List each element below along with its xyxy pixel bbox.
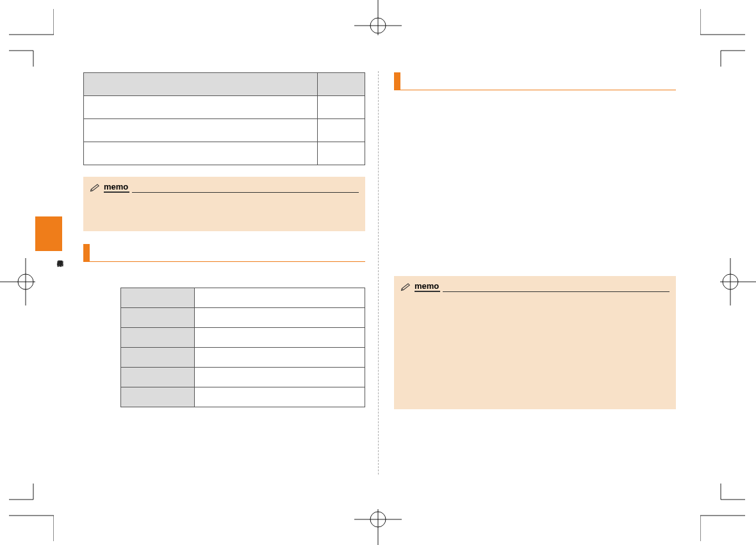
table-cell: [84, 96, 318, 119]
memo-label: memo: [104, 182, 129, 193]
page-divider: [378, 71, 379, 475]
heading-bar-icon: [394, 72, 400, 90]
table-cell: [121, 288, 195, 308]
table-header-cell: [84, 73, 318, 96]
table-cell: [84, 119, 318, 142]
svg-line-13: [402, 289, 403, 290]
table-cell: [195, 348, 365, 368]
table-settings: [120, 288, 365, 407]
memo-label: memo: [415, 281, 440, 292]
right-page: memo: [394, 72, 676, 422]
section-heading: [394, 72, 676, 90]
svg-line-12: [91, 190, 92, 191]
table-top: [83, 72, 365, 165]
table-cell: [121, 308, 195, 328]
side-chapter-tab: [35, 216, 62, 251]
table-cell: [195, 387, 365, 407]
table-cell: [121, 387, 195, 407]
table-cell: [195, 288, 365, 308]
table-cell: [195, 368, 365, 387]
table-cell: [121, 348, 195, 368]
memo-box: memo: [83, 177, 365, 231]
section-heading: [83, 244, 365, 262]
table-cell: [121, 368, 195, 387]
memo-box: memo: [394, 276, 676, 409]
pencil-icon: [90, 184, 101, 193]
pencil-icon: [400, 283, 412, 292]
table-cell: [84, 142, 318, 165]
heading-bar-icon: [83, 244, 90, 262]
table-header-cell: [318, 73, 365, 96]
table-cell: [318, 119, 365, 142]
table-cell: [195, 308, 365, 328]
table-cell: [318, 96, 365, 119]
table-cell: [318, 142, 365, 165]
left-page: memo: [83, 72, 365, 407]
table-cell: [121, 328, 195, 348]
table-cell: [195, 328, 365, 348]
